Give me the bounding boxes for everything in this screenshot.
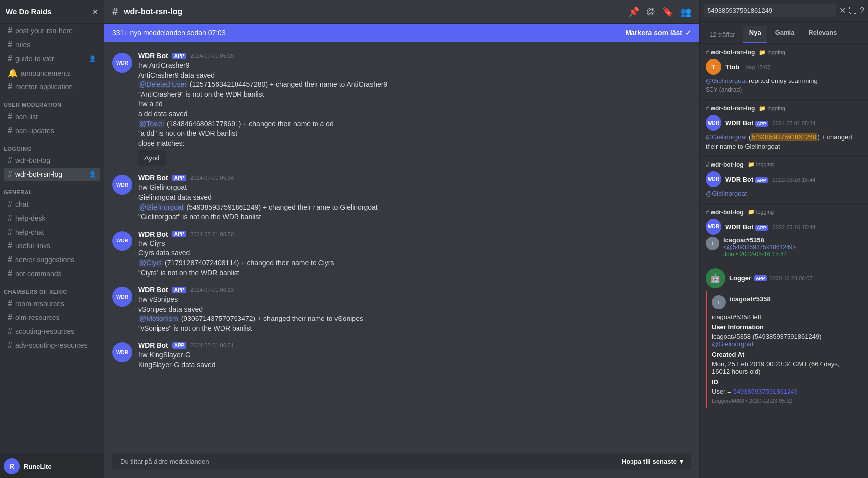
message-author: WDR Bot [138, 174, 168, 182]
tab-gamla[interactable]: Gamla [769, 26, 801, 43]
sidebar-item-label: room-resources [15, 300, 96, 308]
right-panel-messages: # wdr-bot-rsn-log 📁 logging T Ttob Idag … [700, 44, 868, 478]
rp-timestamp: 2024-07-01 05:34 [773, 120, 816, 126]
sidebar-item-useful-links[interactable]: # useful-links [4, 239, 100, 252]
avatar: WDR [706, 171, 721, 187]
rp-channel-name: wdr-bot-rsn-log [711, 49, 755, 56]
sidebar-item-post-your-rsn-here[interactable]: # post-your-rsn-here [4, 24, 100, 37]
server-chevron: ✕ [92, 8, 98, 16]
channel-header-icons: 📌 @ 🔖 👥 [629, 6, 691, 17]
hash-icon: # [8, 82, 12, 91]
checkmark-icon: ✓ [685, 29, 691, 37]
sidebar-item-bot-commands[interactable]: # bot-commands [4, 267, 100, 280]
avatar: WDR [112, 175, 132, 195]
sidebar-item-scouting-resources[interactable]: # scouting-resources [4, 325, 100, 338]
mark-as-read-label: Markera som läst [626, 29, 682, 37]
bell-icon: 🔔 [8, 68, 18, 78]
message-content: WDR Bot APP 2024-07-01 06:13 !rw vSonipe… [138, 286, 691, 333]
sidebar-item-label: ban-updates [15, 127, 96, 135]
rp-author: WDR Bot [725, 223, 753, 231]
pin-icon[interactable]: 📌 [629, 6, 639, 17]
message-text: !rw vSonipes vSonipes data saved @Motion… [138, 295, 691, 333]
rp-timestamp: 2022-05-16 15:44 [773, 224, 816, 230]
section-general: GENERAL [0, 181, 104, 197]
help-icon[interactable]: ? [860, 6, 864, 15]
hash-icon: # [8, 156, 12, 165]
search-result: # wdr-bot-log 📁 logging WDR WDR Bot APP … [700, 157, 868, 204]
join-username: icagoat#5358 [723, 237, 796, 244]
sidebar-item-label: ban-list [15, 113, 96, 121]
hash-icon: # [706, 161, 709, 168]
sidebar-item-label: wdr-bot-rsn-log [15, 170, 87, 178]
join-avatar: i [706, 237, 719, 250]
created-at-value: Mon, 25 Feb 2019 00:23:34 GMT (667 days,… [712, 360, 857, 375]
join-id: <@549385937591861249> [723, 244, 796, 251]
search-bar: ✕ ⛶ ? [700, 0, 868, 22]
user-info-title: User Information [712, 323, 857, 331]
close-icon[interactable]: ✕ [839, 6, 846, 15]
message-timestamp: 2024-07-01 05:50 [190, 231, 234, 237]
mark-as-read-button[interactable]: Markera som läst ✓ [626, 29, 691, 37]
join-label: Join • 2022-05-16 15:44 [723, 251, 796, 258]
sidebar-item-olm-resources[interactable]: # olm-resources [4, 311, 100, 324]
search-result: # wdr-bot-rsn-log 📁 logging T Ttob Idag … [700, 44, 868, 100]
channel-tag: 📁 logging [748, 209, 774, 215]
sidebar-item-label: post-your-rsn-here [15, 27, 96, 35]
avatar: R [4, 458, 20, 474]
rp-message-header: T Ttob Idag 15:07 [706, 59, 862, 75]
app-badge: APP [755, 177, 768, 183]
sidebar-item-label: help-chat [15, 228, 96, 236]
sidebar-item-mentor-application[interactable]: # mentor-application [4, 80, 100, 93]
sidebar-item-label: guide-to-wdr [15, 55, 87, 63]
jump-to-latest-button[interactable]: Hoppa till senaste ▾ [622, 458, 683, 465]
hash-icon: # [8, 214, 12, 223]
sidebar-item-server-suggestions[interactable]: # server-suggestions [4, 253, 100, 266]
search-input[interactable] [704, 4, 836, 17]
avatar: WDR [112, 342, 132, 362]
message-timestamp: 2024-07-01 05:34 [190, 175, 234, 181]
app-badge: APP [755, 121, 768, 127]
sidebar-item-guide-to-wdr[interactable]: # guide-to-wdr 👤 [4, 52, 100, 65]
mention-icon[interactable]: @ [646, 6, 655, 17]
main-content: # wdr-bot-rsn-log 📌 @ 🔖 👥 331+ nya medde… [104, 0, 699, 478]
sidebar-item-help-chat[interactable]: # help-chat [4, 226, 100, 239]
message-group: WDR WDR Bot APP 2024-07-01 05:34 !rw Gie… [104, 172, 699, 224]
message-timestamp: 2024-07-01 06:51 [190, 342, 234, 348]
sidebar-item-wdr-bot-rsn-log[interactable]: # wdr-bot-rsn-log 👤 [4, 168, 100, 181]
tab-nya[interactable]: Nya [743, 26, 767, 43]
chevron-down-icon: ▾ [680, 458, 683, 465]
search-tabs: 12 träffar Nya Gamla Relevans [700, 22, 868, 44]
server-header[interactable]: We Do Raids ✕ [0, 0, 104, 24]
rp-text: @Gielinorgoat [706, 189, 862, 198]
logger-timestamp: 2020-12-23 06:07 [770, 275, 813, 281]
search-result: # wdr-bot-rsn-log 📁 logging WDR WDR Bot … [700, 100, 868, 156]
sidebar-item-rules[interactable]: # rules [4, 38, 100, 51]
channel-header-name: wdr-bot-rsn-log [124, 7, 182, 16]
sidebar-item-room-resources[interactable]: # room-resources [4, 297, 100, 310]
logger-result: 🤖 Logger APP 2020-12-23 06:07 i icagoat#… [700, 263, 868, 413]
sidebar-item-chat[interactable]: # chat [4, 198, 100, 211]
members-icon[interactable]: 👥 [680, 6, 691, 17]
sidebar-item-label: help-desk [15, 214, 96, 222]
logger-left-label: icagoat#5358 left [712, 313, 857, 320]
sidebar-item-ban-list[interactable]: # ban-list [4, 110, 100, 123]
sidebar-item-adv-scouting-resources[interactable]: # adv-scouting-resources [4, 339, 100, 352]
hash-icon: # [8, 327, 12, 336]
hash-icon: # [8, 54, 12, 63]
sidebar-item-ban-updates[interactable]: # ban-updates [4, 124, 100, 137]
sidebar-footer: R RuneLite [0, 454, 104, 478]
message-content: WDR Bot APP 2024-07-01 05:16 !rw AntiCra… [138, 52, 691, 166]
created-at-title: Created At [712, 351, 857, 358]
user-info-value: icagoat#5358 (549385937591861249) @Gieli… [712, 333, 857, 348]
rp-text: @Gielinorgoat (549385937591861249) + cha… [706, 133, 862, 151]
sidebar-item-label: announcements [21, 69, 96, 77]
sidebar-item-announcements[interactable]: 🔔 announcements [4, 66, 100, 80]
rp-text: @Gielinorgoat reprted enjoy scamming SCY… [706, 77, 862, 94]
tab-relevans[interactable]: Relevans [802, 26, 843, 43]
bookmark-icon[interactable]: 🔖 [662, 6, 673, 17]
sidebar-item-label: server-suggestions [15, 256, 96, 264]
sidebar-item-help-desk[interactable]: # help-desk [4, 212, 100, 225]
sidebar-item-wdr-bot-log[interactable]: # wdr-bot-log [4, 154, 100, 167]
older-messages-label: Du tittar på äldre meddelanden [120, 458, 209, 465]
fullscreen-icon[interactable]: ⛶ [849, 6, 857, 15]
